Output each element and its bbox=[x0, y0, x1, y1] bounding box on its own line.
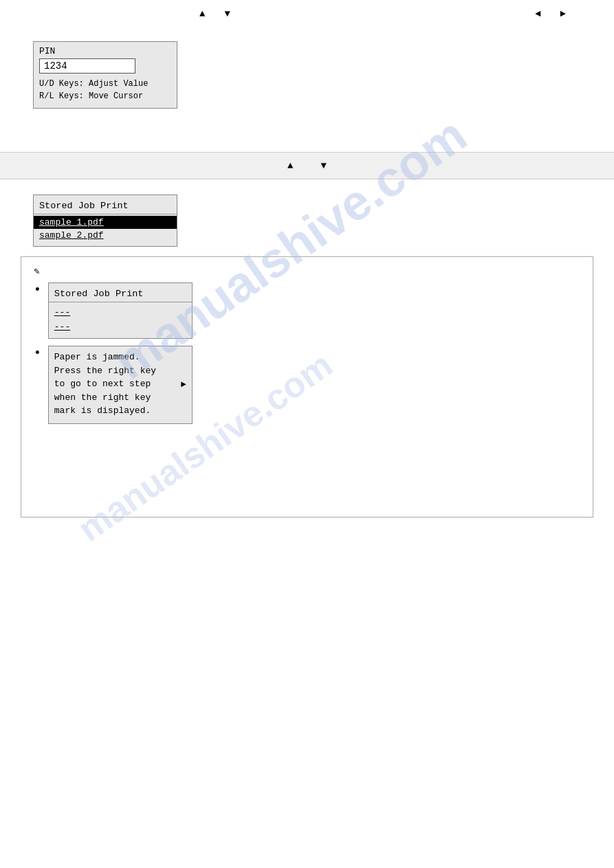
paper-jam-line3: to go to next step bbox=[54, 377, 186, 391]
divider-section: ▲ ▼ bbox=[0, 152, 614, 179]
bullet-row-1: • Stored Job Print --- --- bbox=[34, 282, 580, 339]
pin-label: PIN bbox=[39, 46, 171, 56]
right-arrow-top[interactable]: ► bbox=[560, 8, 566, 19]
pin-value[interactable]: 1234 bbox=[39, 58, 135, 74]
bullet-2: • bbox=[34, 347, 41, 359]
paper-jam-box: Paper is jammed. Press the right key to … bbox=[48, 346, 193, 424]
left-arrow-top[interactable]: ◄ bbox=[535, 8, 540, 19]
pin-hint2: R/L Keys: Move Cursor bbox=[39, 90, 171, 102]
inner-dash-row2: --- bbox=[49, 320, 192, 334]
pin-box: PIN 1234 U/D Keys: Adjust Value R/L Keys… bbox=[33, 41, 177, 109]
pin-hint1: U/D Keys: Adjust Value bbox=[39, 78, 171, 90]
inner-stored-job-title: Stored Job Print bbox=[49, 287, 192, 302]
stored-job-top-title: Stored Job Print bbox=[34, 199, 177, 214]
stored-job-item1[interactable]: sample_1.pdf bbox=[34, 216, 177, 229]
stored-job-item2[interactable]: sample_2.pdf bbox=[34, 229, 177, 242]
bullet-1: • bbox=[34, 284, 41, 296]
bullet-row-2: • Paper is jammed. Press the right key t… bbox=[34, 346, 580, 424]
inner-stored-job-box: Stored Job Print --- --- bbox=[48, 282, 193, 339]
paper-jam-line1: Paper is jammed. bbox=[54, 350, 186, 364]
paper-jam-line5: mark is displayed. bbox=[54, 404, 186, 418]
main-content-box: ✎ • Stored Job Print --- --- • Paper is … bbox=[21, 256, 593, 518]
top-arrow-row: ▲ ▼ ◄ ► bbox=[0, 0, 614, 25]
pin-hints: U/D Keys: Adjust Value R/L Keys: Move Cu… bbox=[39, 78, 171, 102]
stored-job-top-box: Stored Job Print sample_1.pdf sample_2.p… bbox=[33, 194, 177, 247]
paper-jam-line2: Press the right key bbox=[54, 364, 186, 378]
divider-down-arrow[interactable]: ▼ bbox=[321, 160, 327, 171]
paper-jam-arrow-icon: ► bbox=[181, 378, 186, 392]
inner-dash-row1: --- bbox=[49, 305, 192, 320]
ud-arrow-group: ▲ ▼ bbox=[199, 8, 230, 19]
up-arrow-top[interactable]: ▲ bbox=[199, 8, 205, 19]
lr-arrow-group: ◄ ► bbox=[535, 8, 566, 19]
paper-jam-line4: when the right key bbox=[54, 391, 186, 405]
divider-up-arrow[interactable]: ▲ bbox=[287, 160, 293, 171]
down-arrow-top[interactable]: ▼ bbox=[224, 8, 230, 19]
edit-icon: ✎ bbox=[34, 265, 580, 277]
